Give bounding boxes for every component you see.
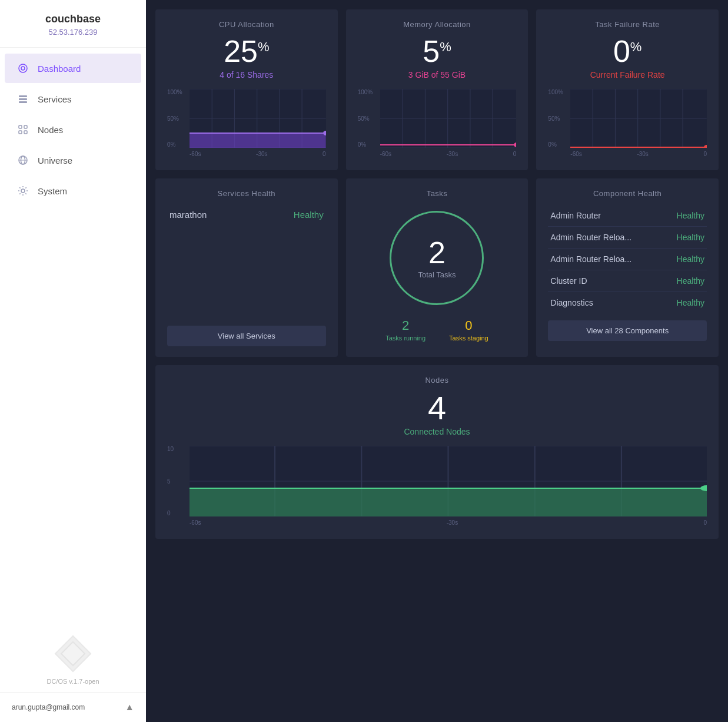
view-components-button[interactable]: View all 28 Components <box>548 320 707 341</box>
nodes-card: Nodes 4 Connected Nodes 1050 <box>155 365 719 539</box>
health-row: Services Health marathon Healthy View al… <box>155 178 719 357</box>
svg-rect-8 <box>24 131 27 134</box>
nodes-chart: 1050 <box>167 446 707 528</box>
tasks-staging-label: Tasks staging <box>449 334 488 342</box>
cpu-canvas <box>190 89 326 148</box>
svg-point-1 <box>21 67 25 70</box>
svg-rect-6 <box>24 125 27 128</box>
nodes-row: Nodes 4 Connected Nodes 1050 <box>155 365 719 539</box>
dashboard-icon <box>16 62 29 75</box>
sidebar-item-dashboard[interactable]: Dashboard <box>5 54 141 83</box>
sidebar-label-universe: Universe <box>38 155 72 165</box>
tasks-card: Tasks 2 Total Tasks 2 Tasks running 0 Ta… <box>346 178 528 357</box>
svg-rect-7 <box>19 131 22 134</box>
memory-title: Memory Allocation <box>358 20 517 29</box>
nodes-y-labels: 1050 <box>167 446 190 516</box>
cpu-y-labels: 100%50%0% <box>167 89 190 148</box>
service-status: Healthy <box>294 210 324 220</box>
memory-canvas <box>380 89 517 148</box>
component-name-2: Admin Router Reloa... <box>550 233 631 242</box>
component-row: Diagnostics Healthy <box>548 292 707 313</box>
memory-subtitle: 3 GiB of 55 GiB <box>358 70 517 80</box>
sidebar-nav: Dashboard Services <box>0 48 146 633</box>
cpu-chart: 100%50%0% <box>167 89 326 160</box>
component-status-5: Healthy <box>677 298 704 307</box>
failure-y-labels: 100%50%0% <box>548 89 570 148</box>
services-icon <box>16 92 29 105</box>
cpu-title: CPU Allocation <box>167 20 326 29</box>
nodes-canvas <box>190 446 707 516</box>
sidebar-item-universe[interactable]: Universe <box>5 145 141 175</box>
cpu-card: CPU Allocation 25% 4 of 16 Shares 100%50… <box>155 9 338 170</box>
sidebar-item-nodes[interactable]: Nodes <box>5 115 141 144</box>
failure-canvas <box>570 89 707 148</box>
sidebar-label-nodes: Nodes <box>38 125 63 135</box>
component-row: Admin Router Healthy <box>548 205 707 227</box>
component-row: Admin Router Reloa... Healthy <box>548 227 707 249</box>
component-name-4: Cluster ID <box>550 276 587 286</box>
component-name-1: Admin Router <box>550 211 601 220</box>
sidebar: couchbase 52.53.176.239 Dashboard <box>0 0 146 722</box>
component-health-title: Component Health <box>548 189 707 198</box>
memory-y-labels: 100%50%0% <box>358 89 380 148</box>
tasks-staging-count: 0 <box>449 318 488 333</box>
dcos-logo <box>52 633 94 674</box>
memory-value: 5% <box>358 36 517 67</box>
cpu-subtitle: 4 of 16 Shares <box>167 70 326 80</box>
memory-chart: 100%50%0% <box>358 89 517 160</box>
component-row: Admin Router Reloa... Healthy <box>548 249 707 270</box>
dcos-version: DC/OS v.1.7-open <box>0 678 146 692</box>
tasks-running-count: 2 <box>385 318 426 333</box>
tasks-title: Tasks <box>358 189 517 198</box>
tasks-stats: 2 Tasks running 0 Tasks staging <box>358 318 517 346</box>
app-ip: 52.53.176.239 <box>12 28 134 37</box>
svg-rect-23 <box>190 133 326 148</box>
main-content: CPU Allocation 25% 4 of 16 Shares 100%50… <box>146 0 728 722</box>
service-name: marathon <box>169 210 207 220</box>
tasks-staging-stat: 0 Tasks staging <box>449 318 488 342</box>
component-row: Cluster ID Healthy <box>548 270 707 292</box>
metrics-row: CPU Allocation 25% 4 of 16 Shares 100%50… <box>155 9 719 170</box>
tasks-total-label: Total Tasks <box>418 270 456 279</box>
failure-chart: 100%50%0% <box>548 89 707 160</box>
services-health-item: marathon Healthy <box>167 205 326 224</box>
sidebar-label-system: System <box>38 186 67 196</box>
failure-value: 0% <box>548 36 707 67</box>
failure-card: Task Failure Rate 0% Current Failure Rat… <box>536 9 719 170</box>
sidebar-item-system[interactable]: System <box>5 176 141 206</box>
tasks-circle-area: 2 Total Tasks <box>358 205 517 311</box>
failure-x-labels: -60s-30s0 <box>570 148 707 160</box>
component-status-1: Healthy <box>677 211 704 220</box>
component-status-4: Healthy <box>677 276 704 286</box>
svg-point-12 <box>21 189 25 193</box>
tasks-total-number: 2 <box>428 237 446 268</box>
tasks-running-stat: 2 Tasks running <box>385 318 426 342</box>
nodes-label: Connected Nodes <box>167 427 707 436</box>
component-status-3: Healthy <box>677 254 704 264</box>
svg-rect-5 <box>19 125 22 128</box>
svg-rect-3 <box>19 98 27 100</box>
cpu-value: 25% <box>167 36 326 67</box>
svg-rect-4 <box>19 101 27 103</box>
component-name-3: Admin Router Reloa... <box>550 254 631 264</box>
cpu-x-labels: -60s-30s0 <box>190 148 326 160</box>
nodes-icon <box>16 123 29 136</box>
tasks-running-label: Tasks running <box>385 334 426 342</box>
component-health-card: Component Health Admin Router Healthy Ad… <box>536 178 719 357</box>
sidebar-item-services[interactable]: Services <box>5 84 141 114</box>
nodes-title: Nodes <box>167 376 707 385</box>
sidebar-label-dashboard: Dashboard <box>38 64 81 74</box>
component-status-2: Healthy <box>677 233 704 242</box>
app-name: couchbase <box>12 13 134 25</box>
sidebar-header: couchbase 52.53.176.239 <box>0 0 146 48</box>
system-icon <box>16 184 29 197</box>
svg-point-0 <box>19 64 27 72</box>
view-services-button[interactable]: View all Services <box>167 326 326 346</box>
nodes-x-labels: -60s-30s0 <box>190 516 707 528</box>
chevron-up-icon[interactable]: ▲ <box>125 702 134 713</box>
tasks-circle: 2 Total Tasks <box>390 211 484 305</box>
failure-title: Task Failure Rate <box>548 20 707 29</box>
sidebar-label-services: Services <box>38 94 72 104</box>
nodes-count: 4 <box>167 392 707 425</box>
failure-subtitle: Current Failure Rate <box>548 70 707 80</box>
